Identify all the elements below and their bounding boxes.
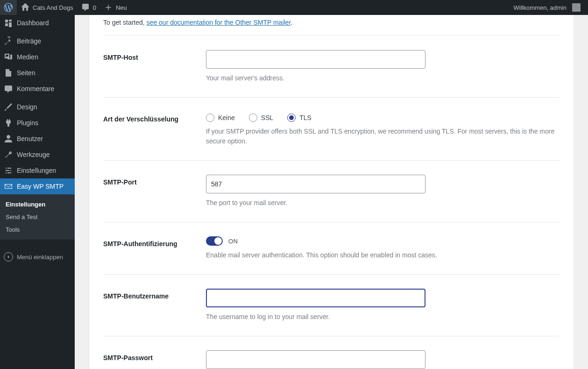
comments-link[interactable]: 0 [77, 0, 100, 15]
sidebar-item-easy-wp-smtp[interactable]: Easy WP SMTP [0, 178, 75, 194]
sidebar-label: Design [17, 103, 37, 111]
settings-icon [4, 166, 13, 175]
sidebar-label: Kommentare [17, 85, 54, 92]
smtp-password-input[interactable] [206, 350, 425, 369]
radio-label-none: Keine [218, 114, 235, 121]
sidebar-label: Seiten [17, 69, 35, 77]
sidebar-item-tools[interactable]: Werkzeuge [0, 147, 75, 163]
wp-logo[interactable] [0, 0, 17, 15]
intro-suffix: . [290, 19, 292, 26]
sidebar-label: Plugins [17, 119, 38, 127]
pin-icon [4, 36, 13, 46]
submenu-item-send-test[interactable]: Send a Test [0, 211, 75, 223]
smtp-username-input[interactable] [206, 289, 425, 307]
admin-sidebar: Dashboard Beiträge Medien Seiten Komment… [0, 15, 75, 369]
radio-label-tls: TLS [299, 114, 312, 121]
collapse-label: Menü einklappen [17, 254, 63, 261]
admin-bar: Cats And Dogs 0 Neu Willkommen, admin [0, 0, 588, 15]
desc-smtp-port: The port to your mail server. [206, 198, 560, 208]
comment-icon [81, 3, 90, 12]
sidebar-item-dashboard[interactable]: Dashboard [0, 15, 75, 31]
sidebar-item-media[interactable]: Medien [0, 49, 75, 65]
welcome-text: Willkommen, admin [514, 4, 567, 11]
desc-encryption: If your SMTP provider offers both SSL an… [206, 127, 560, 146]
intro-text: To get started, see our documentation fo… [103, 15, 560, 26]
sidebar-item-settings[interactable]: Einstellungen [0, 163, 75, 178]
toggle-knob [214, 237, 222, 245]
my-account-link[interactable]: Willkommen, admin [510, 0, 584, 15]
sidebar-label: Einstellungen [17, 167, 56, 174]
collapse-icon [4, 252, 13, 262]
new-content-link[interactable]: Neu [100, 0, 131, 15]
sidebar-label: Werkzeuge [17, 151, 50, 158]
sidebar-item-appearance[interactable]: Design [0, 99, 75, 115]
submenu: Einstellungen Send a Test Tools [0, 194, 75, 240]
plus-icon [104, 3, 113, 12]
sidebar-item-plugins[interactable]: Plugins [0, 115, 75, 131]
settings-panel: To get started, see our documentation fo… [89, 15, 574, 369]
label-smtp-host: SMTP-Host [103, 50, 206, 83]
radio-icon [287, 114, 296, 122]
auth-toggle[interactable] [206, 236, 223, 246]
collapse-menu[interactable]: Menü einklappen [0, 249, 75, 265]
brush-icon [4, 102, 13, 112]
sidebar-item-posts[interactable]: Beiträge [0, 33, 75, 49]
site-name-link[interactable]: Cats And Dogs [17, 0, 77, 15]
desc-smtp-username: The username to log in to your mail serv… [206, 312, 560, 322]
label-smtp-password: SMTP-Passwort [103, 350, 206, 369]
sidebar-item-users[interactable]: Benutzer [0, 131, 75, 147]
user-icon [4, 134, 13, 143]
mail-icon [4, 182, 13, 191]
label-encryption: Art der Verschlüsselung [103, 112, 206, 146]
row-smtp-auth: SMTP-Authentifizierung ON Enable mail se… [103, 222, 560, 274]
radio-none[interactable]: Keine [206, 114, 235, 122]
home-icon [21, 3, 30, 12]
documentation-link[interactable]: see our documentation for the Other SMTP… [147, 19, 291, 26]
intro-prefix: To get started, [103, 19, 147, 26]
row-smtp-port: SMTP-Port The port to your mail server. [103, 160, 560, 222]
comment-icon [4, 84, 13, 93]
encryption-radios: Keine SSL TLS [206, 114, 560, 122]
radio-icon [249, 114, 257, 122]
row-smtp-host: SMTP-Host Your mail server's address. [103, 35, 560, 97]
avatar [572, 3, 581, 12]
radio-tls[interactable]: TLS [287, 114, 312, 122]
new-content-label: Neu [116, 4, 127, 11]
submenu-item-tools[interactable]: Tools [0, 223, 75, 236]
radio-ssl[interactable]: SSL [249, 114, 273, 122]
label-smtp-username: SMTP-Benutzername [103, 289, 206, 322]
site-name-text: Cats And Dogs [33, 4, 73, 11]
main-content: To get started, see our documentation fo… [75, 15, 588, 369]
toggle-state: ON [228, 238, 238, 245]
sidebar-label: Dashboard [17, 19, 49, 27]
label-smtp-auth: SMTP-Authentifizierung [103, 236, 206, 260]
smtp-port-input[interactable] [206, 175, 425, 193]
sidebar-item-comments[interactable]: Kommentare [0, 81, 75, 97]
sidebar-label: Easy WP SMTP [17, 183, 64, 190]
dashboard-icon [4, 18, 13, 28]
wordpress-icon [4, 3, 13, 12]
comments-count: 0 [93, 4, 96, 11]
radio-label-ssl: SSL [261, 114, 273, 121]
sidebar-label: Beiträge [17, 37, 41, 45]
row-smtp-username: SMTP-Benutzername The username to log in… [103, 274, 560, 336]
media-icon [4, 52, 13, 62]
radio-icon [206, 114, 214, 122]
label-smtp-port: SMTP-Port [103, 175, 206, 208]
submenu-item-settings[interactable]: Einstellungen [0, 198, 75, 211]
desc-smtp-auth: Enable mail server authentication. This … [206, 250, 560, 260]
wrench-icon [4, 150, 13, 159]
sidebar-item-pages[interactable]: Seiten [0, 65, 75, 81]
smtp-host-input[interactable] [206, 50, 425, 69]
desc-smtp-host: Your mail server's address. [206, 73, 560, 83]
row-encryption: Art der Verschlüsselung Keine SSL [103, 97, 560, 160]
page-icon [4, 68, 13, 78]
sidebar-label: Medien [17, 53, 38, 61]
plugin-icon [4, 118, 13, 128]
sidebar-label: Benutzer [17, 135, 43, 142]
row-smtp-password: SMTP-Passwort The password to log in to … [103, 336, 560, 369]
